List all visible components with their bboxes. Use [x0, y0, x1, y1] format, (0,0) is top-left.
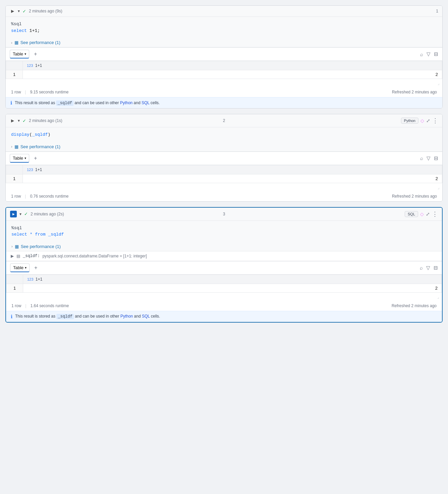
success-icon: ✓ — [23, 9, 26, 14]
cell-header: ▶ ▾ ✓ 2 minutes ago (2s) 3 SQL ◇ ⤢ — [6, 208, 442, 221]
table-footer: 1 row | 9.15 seconds runtime Refreshed 2… — [6, 87, 442, 97]
expand-button[interactable]: ⤢ — [426, 118, 430, 123]
columns-icon[interactable]: ⊟ — [434, 155, 438, 161]
tab-actions: ⌕ ▽ ⊟ — [420, 155, 438, 161]
more-icon: ⋮ — [432, 210, 438, 218]
table-tab-label: Table — [13, 156, 23, 161]
filter-icon[interactable]: ▽ — [427, 51, 431, 57]
more-button[interactable]: ⋮ — [432, 117, 438, 124]
tab-actions: ⌕ ▽ ⊟ — [420, 265, 438, 271]
table-tab-bar: Table ▾ + ⌕ ▽ ⊟ — [6, 152, 442, 165]
cell-header: ▶ ▾ ✓ 2 minutes ago (9s) 1 — [6, 6, 442, 17]
column-name: 1+1 — [35, 63, 42, 68]
row-num-header — [6, 165, 23, 174]
add-tab-button[interactable]: + — [32, 264, 39, 272]
table-tab[interactable]: Table ▾ — [10, 50, 29, 58]
data-table: 123 1+1 1 2 — [6, 61, 442, 79]
row-num-header — [6, 275, 23, 284]
table-tab[interactable]: Table ▾ — [10, 154, 29, 163]
column-header: 123 1+1 — [23, 61, 442, 70]
filter-icon[interactable]: ▽ — [427, 155, 431, 161]
info-code: _sqldf — [56, 100, 73, 106]
ai-button[interactable]: ◇ — [420, 118, 424, 123]
row-num-header — [6, 61, 23, 70]
sql-link[interactable]: SQL — [141, 100, 149, 105]
see-performance-link[interactable]: › ▦ See performance (1) — [6, 38, 442, 47]
add-tab-button[interactable]: + — [32, 50, 39, 58]
header-right-group: Python ◇ ⤢ ⋮ — [401, 117, 438, 124]
column-name: 1+1 — [36, 277, 42, 282]
filter-icon[interactable]: ▽ — [426, 265, 430, 271]
footer-left: 1 row | 1.64 seconds runtime — [11, 303, 69, 308]
cell-number-center: 2 — [223, 118, 225, 123]
notebook-cell: ▶ ▾ ✓ 2 minutes ago (9s) 1 %sqlselect 1+… — [5, 5, 443, 109]
cell-code: display(_sqldf) — [6, 127, 442, 142]
table-tab-bar: Table ▾ + ⌕ ▽ ⊟ — [6, 261, 442, 275]
search-icon[interactable]: ⌕ — [420, 155, 423, 161]
arrow-right-icon: › — [11, 244, 13, 248]
var-expand-arrow[interactable]: ▶ — [11, 254, 14, 258]
see-performance-label: See performance (1) — [20, 144, 60, 149]
code-line: %sql — [11, 225, 437, 232]
columns-icon[interactable]: ⊟ — [434, 265, 438, 271]
resize-handle[interactable]: ⌟ — [438, 185, 440, 190]
sql-link[interactable]: SQL — [142, 314, 150, 319]
see-performance-link[interactable]: › ▦ See performance (1) — [6, 142, 442, 152]
run-button[interactable]: ▶ — [10, 211, 17, 217]
run-button[interactable]: ▶ — [10, 8, 15, 14]
ai-button[interactable]: ◇ — [420, 211, 424, 217]
cell-value: 2 — [23, 174, 442, 183]
info-icon: ℹ — [10, 100, 12, 106]
chevron-down-icon: ▾ — [18, 118, 20, 123]
python-link[interactable]: Python — [120, 100, 132, 105]
cell-header: ▶ ▾ ✓ 2 minutes ago (1s) 2 Python ◇ ⤢ — [6, 114, 442, 127]
arrow-right-icon: › — [11, 41, 12, 45]
run-icon: ▶ — [12, 212, 15, 216]
chevron-button[interactable]: ▾ — [18, 118, 20, 123]
diamond-icon: ◇ — [420, 211, 424, 217]
data-table: 123 1+1 1 2 — [6, 165, 442, 183]
run-chevron[interactable]: ▾ — [19, 212, 21, 216]
chevron-down-icon: ▾ — [19, 212, 21, 216]
resize-handle[interactable]: ⌟ — [438, 81, 440, 86]
add-tab-button[interactable]: + — [32, 155, 39, 162]
info-text: This result is stored as _sqldf and can … — [15, 314, 160, 319]
output-section: Table ▾ + ⌕ ▽ ⊟ 123 — [6, 261, 442, 311]
refreshed-time: Refreshed 2 minutes ago — [392, 303, 437, 308]
see-performance-label: See performance (1) — [21, 244, 61, 249]
cell-value: 2 — [23, 70, 442, 79]
python-link[interactable]: Python — [120, 314, 133, 319]
footer-left: 1 row | 0.76 seconds runtime — [11, 194, 69, 199]
run-button[interactable]: ▶ — [10, 118, 15, 123]
expand-icon: ⤢ — [426, 118, 430, 123]
tab-chevron-icon: ▾ — [25, 52, 26, 56]
expand-icon: ⤢ — [426, 211, 430, 217]
row-count: 1 row — [11, 303, 21, 308]
arrow-right-icon: › — [11, 145, 12, 149]
run-icon: ▶ — [11, 118, 14, 123]
more-button[interactable]: ⋮ — [432, 210, 438, 218]
tab-actions: ⌕ ▽ ⊟ — [420, 51, 438, 57]
expand-button[interactable]: ⤢ — [426, 211, 430, 217]
bar-chart-icon: ▦ — [14, 40, 18, 45]
row-number: 1 — [6, 70, 23, 79]
chevron-button[interactable]: ▾ — [18, 9, 20, 13]
table-row: 1 2 — [6, 174, 442, 183]
lang-badge: Python — [401, 118, 418, 124]
columns-icon[interactable]: ⊟ — [434, 51, 438, 57]
more-icon: ⋮ — [432, 117, 438, 124]
cell-code: %sqlselect 1+1; — [6, 17, 442, 38]
see-performance-link[interactable]: › ▦ See performance (1) — [6, 242, 442, 251]
resize-handle[interactable]: ⌟ — [437, 295, 439, 299]
cell-timestamp: 2 minutes ago (1s) — [29, 118, 62, 123]
table-footer: 1 row | 1.64 seconds runtime Refreshed 2… — [6, 301, 442, 311]
runtime: 9.15 seconds runtime — [30, 90, 69, 94]
bar-chart-icon: ▦ — [14, 144, 18, 149]
refreshed-time: Refreshed 2 minutes ago — [392, 194, 437, 199]
table-tab[interactable]: Table ▾ — [10, 263, 30, 272]
search-icon[interactable]: ⌕ — [420, 51, 423, 57]
code-line: select 1+1; — [11, 28, 437, 34]
header-right-group: SQL ◇ ⤢ ⋮ — [405, 210, 438, 218]
success-icon: ✓ — [24, 211, 28, 216]
search-icon[interactable]: ⌕ — [420, 265, 423, 271]
